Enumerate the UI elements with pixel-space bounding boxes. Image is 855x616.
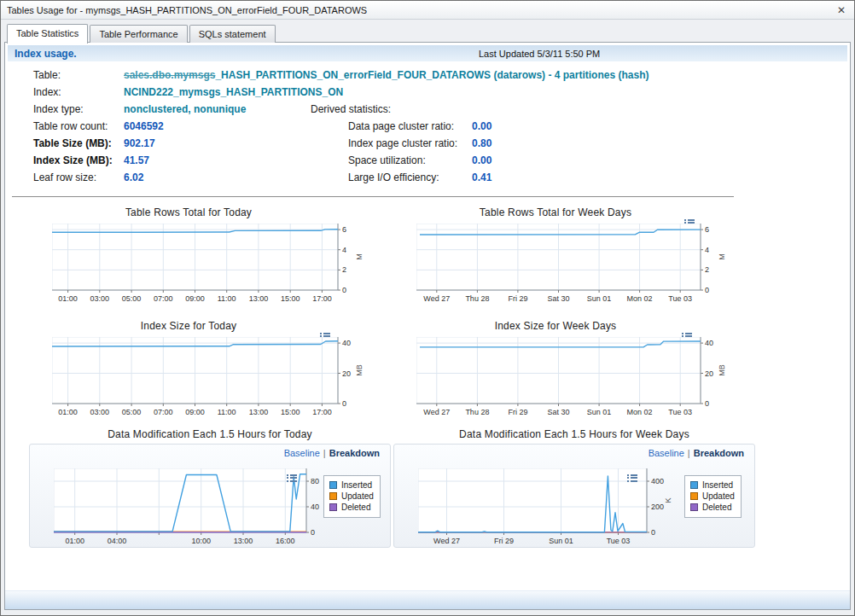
tab-table-statistics[interactable]: Table Statistics xyxy=(7,24,88,44)
y-axis-label: 0 xyxy=(705,286,709,294)
field-label-space-utilization: Space utilization: xyxy=(348,154,426,166)
link-separator: | xyxy=(323,448,326,458)
field-value-table: sales.dbo.mymsgs_HASH_PARTITIONS_ON_erro… xyxy=(124,69,649,81)
field-value-index-size: 41.57 xyxy=(124,154,149,166)
table-rows-week-chart: 0246Wed 27Thu 28Fri 29Sat 30Sun 01Mon 02… xyxy=(416,224,730,308)
x-axis-label: 15:00 xyxy=(281,294,300,303)
window-title: Tables Usage for - mymsgs_HASH_PARTITION… xyxy=(7,5,367,15)
x-axis-label: 05:00 xyxy=(122,294,142,303)
y-axis-label: 0 xyxy=(342,286,346,294)
x-axis-label: 07:00 xyxy=(154,408,173,416)
legend-swatch xyxy=(690,492,698,500)
legend: InsertedUpdatedDeleted xyxy=(684,475,742,518)
x-axis-label: Sun 01 xyxy=(549,537,573,545)
link-separator: | xyxy=(688,448,690,458)
table-rows-today-chart: 024601:0003:0005:0007:0009:0011:0013:001… xyxy=(52,224,367,308)
x-axis-label: 03:00 xyxy=(90,408,110,416)
x-axis-label: Thu 28 xyxy=(465,294,489,303)
legend-label: Updated xyxy=(702,491,735,501)
field-value-large-io-efficiency: 0.41 xyxy=(472,171,491,183)
legend-item-updated[interactable]: Updated xyxy=(329,491,374,501)
chart-menu-icon[interactable] xyxy=(286,473,299,483)
field-value-leaf-row-size: 6.02 xyxy=(124,171,143,183)
x-axis-label: 09:00 xyxy=(185,408,205,416)
index-size-today-chart: 0204001:0003:0005:0007:0009:0011:0013:00… xyxy=(52,337,367,421)
field-label-large-io-efficiency: Large I/O efficiency: xyxy=(348,171,439,183)
legend-item-inserted[interactable]: Inserted xyxy=(690,480,735,490)
x-axis-label: Tue 03 xyxy=(668,408,692,416)
tab-bar: Table Statistics Table Performance SQLs … xyxy=(7,23,277,43)
legend-label: Deleted xyxy=(702,503,731,512)
breakdown-link[interactable]: Breakdown xyxy=(694,448,744,458)
section-header: Index usage. Last Updated 5/3/11 5:50 PM xyxy=(8,45,847,61)
field-value-table-size: 902.17 xyxy=(124,137,155,149)
legend-item-inserted[interactable]: Inserted xyxy=(329,480,374,490)
breakdown-link[interactable]: Breakdown xyxy=(329,448,380,458)
x-axis-label: Thu 28 xyxy=(465,408,489,416)
x-axis-label: 01:00 xyxy=(58,408,78,416)
x-axis-label: Tue 03 xyxy=(668,294,692,303)
y-axis-label: 40 xyxy=(705,339,713,347)
legend-swatch xyxy=(690,503,698,511)
x-axis-label: 07:00 xyxy=(154,294,173,303)
y-axis-unit: M xyxy=(718,253,726,260)
y-axis-unit: K xyxy=(664,497,672,503)
field-label-index: Index: xyxy=(33,86,61,98)
x-axis-label: 15:00 xyxy=(281,408,300,416)
field-value-index: NCIND222_mymsgs_HASH_PARTITIONS_ON xyxy=(124,86,343,98)
data-mod-week-panel: Baseline|Breakdown 0200400Wed 27Fri 29Su… xyxy=(393,444,755,548)
x-axis-label: Fri 29 xyxy=(494,537,514,545)
chart-title-index-size-today: Index Size for Today xyxy=(31,320,346,332)
y-axis-label: 0 xyxy=(311,528,315,537)
x-axis-label: 17:00 xyxy=(312,408,332,416)
view-switcher: Baseline|Breakdown xyxy=(649,448,744,458)
y-axis-label: 2 xyxy=(705,265,709,274)
field-label-table: Table: xyxy=(33,69,61,81)
field-value-table-row-count: 6046592 xyxy=(124,120,164,132)
legend-swatch xyxy=(329,503,337,511)
baseline-link[interactable]: Baseline xyxy=(284,448,320,458)
content-panel: Index usage. Last Updated 5/3/11 5:50 PM… xyxy=(4,42,851,610)
x-axis-label: Fri 29 xyxy=(508,294,527,303)
legend-item-updated[interactable]: Updated xyxy=(690,491,735,501)
y-axis-label: 0 xyxy=(651,528,655,537)
tab-table-performance[interactable]: Table Performance xyxy=(90,25,187,43)
chart-svg: 024601:0003:0005:0007:0009:0011:0013:001… xyxy=(52,224,367,305)
x-axis-label: Sat 30 xyxy=(547,408,569,416)
x-axis-label: Mon 02 xyxy=(627,294,653,303)
y-axis-label: 4 xyxy=(342,246,346,254)
table-name-rest: _HASH_PARTITIONS_ON_errorField_FOUR_DATA… xyxy=(215,69,649,81)
x-axis-label: 11:00 xyxy=(218,294,236,303)
y-axis-label: 400 xyxy=(651,477,664,485)
y-axis-label: 6 xyxy=(342,225,346,234)
index-size-week-chart: 02040Wed 27Thu 28Fri 29Sat 30Sun 01Mon 0… xyxy=(416,337,730,421)
y-axis-label: 80 xyxy=(311,477,319,485)
close-icon[interactable]: ✕ xyxy=(835,4,848,16)
baseline-link[interactable]: Baseline xyxy=(649,448,684,458)
title-bar: Tables Usage for - mymsgs_HASH_PARTITION… xyxy=(1,1,854,20)
x-axis-label: 13:00 xyxy=(249,294,269,303)
x-axis-label: Mon 02 xyxy=(627,408,653,416)
field-label-index-type: Index type: xyxy=(33,103,84,115)
legend-swatch xyxy=(329,481,337,489)
legend-swatch xyxy=(329,492,337,500)
y-axis-label: 4 xyxy=(705,246,709,254)
field-label-index-size: Index Size (MB): xyxy=(33,154,113,166)
chart-svg: 0246Wed 27Thu 28Fri 29Sat 30Sun 01Mon 02… xyxy=(416,224,730,305)
x-axis-label: Wed 27 xyxy=(433,537,460,545)
tab-sqls-statement[interactable]: SQLs statement xyxy=(189,25,276,43)
x-axis-label: Sun 01 xyxy=(587,408,612,416)
footer-band xyxy=(5,590,850,609)
legend-label: Updated xyxy=(341,491,374,501)
legend: InsertedUpdatedDeleted xyxy=(323,475,381,518)
legend-item-deleted[interactable]: Deleted xyxy=(690,503,735,512)
last-updated: Last Updated 5/3/11 5:50 PM xyxy=(479,49,600,59)
x-axis-label: 13:00 xyxy=(249,408,269,416)
y-axis-unit: M xyxy=(355,253,364,260)
field-value-index-type: nonclustered, nonunique xyxy=(124,103,246,115)
y-axis-unit: MB xyxy=(355,364,364,376)
legend-item-deleted[interactable]: Deleted xyxy=(329,503,374,512)
chart-menu-icon[interactable] xyxy=(626,473,639,483)
chart-title-table-rows-week: Table Rows Total for Week Days xyxy=(393,206,718,218)
field-label-index-page-cluster-ratio: Index page cluster ratio: xyxy=(348,137,457,149)
